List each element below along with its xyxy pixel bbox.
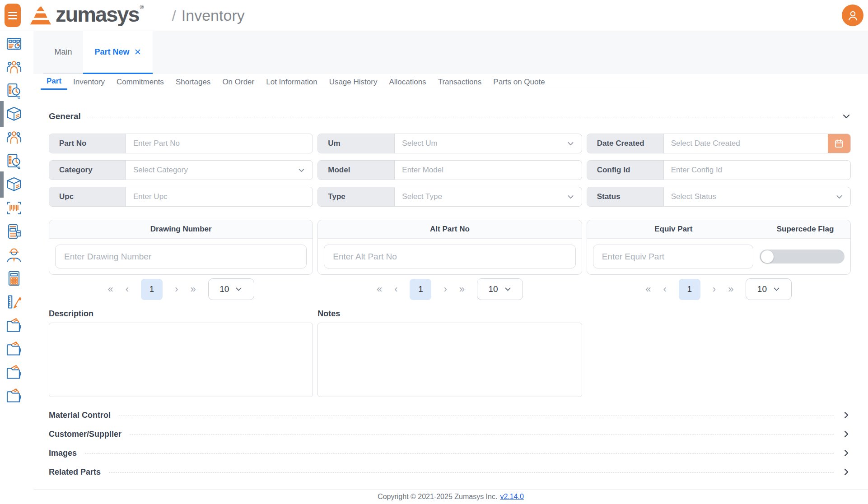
- notes-label: Notes: [317, 309, 582, 319]
- supercede-flag-toggle[interactable]: [760, 250, 845, 264]
- sidebar-item-schedule[interactable]: [0, 79, 33, 102]
- subtab-usage-history[interactable]: Usage History: [323, 74, 383, 90]
- date-created-input[interactable]: [664, 134, 828, 153]
- type-select-placeholder: Select Type: [402, 192, 442, 201]
- subtab-part[interactable]: Part: [41, 74, 67, 90]
- zumasys-logo-icon: [30, 6, 51, 25]
- hamburger-menu-button[interactable]: [5, 4, 21, 27]
- next-page-button[interactable]: ›: [175, 284, 178, 294]
- sidebar-item-folder-4[interactable]: [0, 384, 33, 407]
- close-tab-icon[interactable]: [134, 48, 141, 55]
- field-label: Config Id: [587, 161, 664, 180]
- previous-page-button[interactable]: ‹: [394, 284, 397, 294]
- drawing-number-input[interactable]: [55, 245, 307, 268]
- equiv-part-input[interactable]: [593, 245, 753, 268]
- previous-page-button[interactable]: ‹: [126, 284, 129, 294]
- page-number-button[interactable]: 1: [679, 279, 700, 300]
- table-title: Alt Part No: [318, 225, 581, 234]
- subtab-lot-information[interactable]: Lot Information: [260, 74, 323, 90]
- sidebar-item-worker[interactable]: [0, 243, 33, 267]
- section-material-control[interactable]: Material Control: [49, 409, 851, 421]
- status-select[interactable]: Select Status: [664, 187, 850, 206]
- description-textarea[interactable]: [49, 323, 313, 397]
- version-link[interactable]: v2.14.0: [500, 493, 523, 501]
- page-size-select[interactable]: 10: [208, 278, 254, 300]
- customers-icon: [5, 59, 23, 76]
- last-page-button[interactable]: »: [190, 284, 196, 294]
- chevron-down-icon: [773, 285, 780, 293]
- field-label: Type: [318, 187, 395, 206]
- section-customer-supplier[interactable]: Customer/Supplier: [49, 428, 851, 440]
- page-size-select[interactable]: 10: [746, 278, 792, 300]
- table-title: Drawing Number: [49, 225, 313, 234]
- chevron-right-icon[interactable]: [842, 467, 851, 476]
- alt-part-no-input[interactable]: [324, 245, 575, 268]
- chevron-right-icon[interactable]: [842, 411, 851, 420]
- sidebar-item-measure[interactable]: [0, 290, 33, 314]
- next-page-button[interactable]: ›: [713, 284, 716, 294]
- section-title: Related Parts: [49, 467, 101, 477]
- part-no-input[interactable]: [126, 134, 313, 153]
- model-input[interactable]: [395, 161, 581, 180]
- field-label: Category: [49, 161, 126, 180]
- page-number-button[interactable]: 1: [410, 279, 431, 300]
- sidebar-item-inventory[interactable]: [0, 102, 33, 126]
- page-size-value: 10: [757, 284, 767, 294]
- sidebar-item-pos[interactable]: [0, 220, 33, 243]
- sidebar-item-inventory-2[interactable]: [0, 173, 33, 196]
- pos-terminal-icon: [5, 223, 23, 240]
- category-select[interactable]: Select Category: [126, 161, 313, 180]
- page-number-button[interactable]: 1: [141, 279, 163, 300]
- um-select[interactable]: Select Um: [395, 134, 581, 153]
- sidebar-item-barcode[interactable]: [0, 196, 33, 220]
- first-page-button[interactable]: «: [377, 284, 382, 294]
- first-page-button[interactable]: «: [108, 284, 113, 294]
- sidebar-item-customers[interactable]: [0, 55, 33, 79]
- next-page-button[interactable]: ›: [443, 284, 447, 294]
- sidebar-item-customers-2[interactable]: [0, 126, 33, 149]
- tab-main[interactable]: Main: [43, 31, 83, 74]
- status-select-placeholder: Select Status: [671, 192, 716, 201]
- upc-input[interactable]: [126, 187, 313, 206]
- sidebar-item-schedule-2[interactable]: [0, 149, 33, 173]
- page-title: Inventory: [182, 7, 245, 24]
- barcode-icon: [5, 199, 23, 217]
- sidebar-item-dashboard[interactable]: [0, 32, 33, 55]
- subtab-shortages[interactable]: Shortages: [170, 74, 217, 90]
- subtab-inventory[interactable]: Inventory: [67, 74, 111, 90]
- page-size-select[interactable]: 10: [477, 278, 523, 300]
- config-id-input[interactable]: [664, 161, 850, 180]
- sidebar-item-calculator[interactable]: [0, 267, 33, 290]
- last-page-button[interactable]: »: [459, 284, 465, 294]
- section-general-header[interactable]: General: [49, 110, 851, 123]
- sidebar-item-folder-2[interactable]: [0, 337, 33, 361]
- first-page-button[interactable]: «: [645, 284, 651, 294]
- section-images[interactable]: Images: [49, 447, 851, 459]
- previous-page-button[interactable]: ‹: [663, 284, 666, 294]
- subtab-commitments[interactable]: Commitments: [111, 74, 170, 90]
- chevron-right-icon[interactable]: [842, 430, 851, 439]
- chevron-down-icon[interactable]: [842, 112, 851, 121]
- section-related-parts[interactable]: Related Parts: [49, 466, 851, 478]
- type-select[interactable]: Select Type: [395, 187, 581, 206]
- last-page-button[interactable]: »: [728, 284, 733, 294]
- subtab-transactions[interactable]: Transactions: [432, 74, 488, 90]
- breadcrumb-separator: /: [172, 7, 176, 24]
- um-select-placeholder: Select Um: [402, 139, 437, 148]
- sidebar-item-folder-3[interactable]: [0, 361, 33, 384]
- divider: [85, 453, 834, 454]
- subtab-on-order[interactable]: On Order: [216, 74, 260, 90]
- part-subtabs: Part Inventory Commitments Shortages On …: [33, 74, 650, 90]
- folder-icon: [5, 387, 23, 404]
- tab-part-new[interactable]: Part New: [83, 31, 153, 74]
- subtab-allocations[interactable]: Allocations: [383, 74, 432, 90]
- sidebar-item-folder-1[interactable]: [0, 314, 33, 337]
- notes-textarea[interactable]: [317, 323, 582, 397]
- divider: [89, 117, 834, 117]
- field-label: Model: [318, 161, 395, 180]
- date-picker-button[interactable]: [828, 134, 850, 153]
- user-avatar-button[interactable]: [842, 5, 863, 26]
- subtab-parts-on-quote[interactable]: Parts on Quote: [487, 74, 551, 90]
- section-title: Material Control: [49, 411, 111, 420]
- chevron-right-icon[interactable]: [842, 449, 851, 458]
